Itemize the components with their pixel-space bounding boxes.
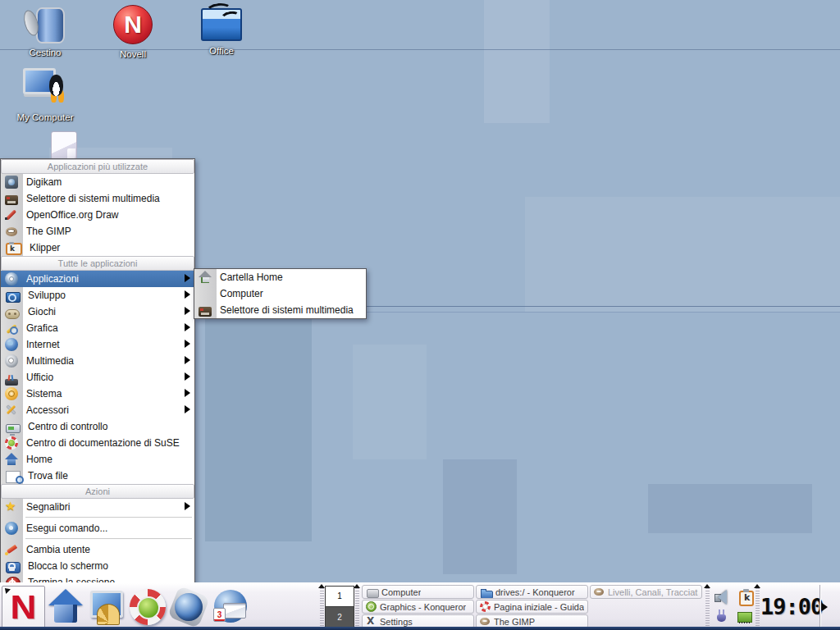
submenu-arrow-icon [185, 405, 190, 413]
gimp-icon [480, 616, 491, 627]
x11-icon [366, 616, 377, 627]
netcard-icon[interactable] [737, 609, 753, 625]
menu-item-home[interactable]: Home [1, 451, 194, 468]
kicker-panel: N 3 12 ComputerGraphics - KonquerorSetti… [0, 582, 840, 630]
wallpaper-patch [353, 345, 427, 459]
task-button-livelli-canali-tracciati[interactable]: Livelli, Canali, Tracciati... [590, 585, 702, 599]
menu-item-klipper[interactable]: Klipper [1, 240, 194, 256]
launcher-home[interactable] [45, 586, 86, 628]
menu-item-label: Home [26, 454, 52, 465]
multimedia-icon [5, 354, 18, 368]
menu-item-segnalibri[interactable]: Segnalibri [1, 499, 194, 515]
menu-item-label: Trova file [28, 470, 68, 482]
globe-gear-icon [171, 589, 207, 625]
menu-section-header: Tutte le applicazioni [1, 256, 194, 271]
menu-item-computer[interactable]: Computer [194, 285, 366, 302]
menu-item-blocca-lo-schermo[interactable]: Blocca lo schermo [1, 558, 194, 574]
desktop-icon-cestino[interactable]: Cestino [11, 5, 80, 57]
applet-handle[interactable] [756, 588, 760, 626]
task-button-graphics-konqueror[interactable]: Graphics - Konqueror [362, 600, 474, 614]
menu-item-centro-di-documentazione-di-suse[interactable]: Centro di documentazione di SuSE [1, 435, 194, 451]
menu-item-label: Cartella Home [220, 272, 283, 283]
menu-item-applicazioni[interactable]: Applicazioni [1, 271, 194, 287]
pager-desktop-1[interactable]: 1 [326, 587, 354, 607]
launcher-konqueror[interactable] [168, 586, 209, 628]
task-button-pagina-iniziale-guida-d[interactable]: Pagina iniziale - Guida d... [476, 600, 588, 614]
development-icon [6, 292, 21, 303]
launcher-my-computer[interactable] [86, 586, 127, 628]
desktop-icon-office[interactable]: Office [187, 5, 256, 56]
desktop-icon-label: Novell [98, 49, 167, 59]
menu-item-label: Klipper [30, 242, 60, 253]
menu-item-the-gimp[interactable]: The GIMP [1, 223, 194, 240]
kmenu-button[interactable]: N [2, 586, 45, 628]
menu-item-esegui-comando[interactable]: Esegui comando... [1, 520, 194, 536]
menu-item-digikam[interactable]: Digikam [1, 174, 194, 190]
launcher-suse-help-center[interactable] [127, 586, 168, 628]
plug-icon[interactable] [714, 609, 730, 625]
wallpaper-patch [443, 459, 517, 574]
menu-item-selettore-di-sistemi-multimedia[interactable]: Selettore di sistemi multimedia [1, 190, 194, 207]
menu-item-accessori[interactable]: Accessori [1, 402, 194, 418]
menu-item-cartella-home[interactable]: Cartella Home [194, 269, 366, 285]
clock[interactable]: 19:00 [760, 594, 819, 619]
submenu-arrow-icon [185, 389, 190, 397]
menu-item-label: Selettore di sistemi multimedia [26, 193, 160, 204]
run-command-icon [5, 522, 18, 535]
desktop-icon-label: My Computer [11, 112, 80, 122]
menu-item-label: Selettore di sistemi multimedia [220, 304, 354, 316]
menu-item-centro-di-controllo[interactable]: Centro di controllo [1, 418, 194, 435]
wallpaper-patch [484, 0, 550, 123]
submenu-arrow-icon [185, 372, 190, 381]
menu-item-cambia-utente[interactable]: Cambia utente [1, 541, 194, 558]
menu-item-label: Segnalibri [26, 501, 70, 513]
lifebuoy-big-icon [130, 589, 166, 625]
novell-icon [113, 5, 153, 44]
task-label: Computer [381, 587, 421, 597]
task-button-computer[interactable]: Computer [362, 585, 474, 599]
applications-icon [5, 272, 18, 285]
menu-item-multimedia[interactable]: Multimedia [1, 353, 194, 369]
control-center-icon [6, 424, 21, 433]
panel-hide-button[interactable] [820, 585, 829, 629]
menu-item-label: Applicazioni [26, 273, 79, 285]
task-button-the-gimp[interactable]: The GIMP [476, 614, 588, 628]
applet-handle[interactable] [355, 588, 359, 626]
task-button-drives-konqueror[interactable]: drives:/ - Konqueror [476, 585, 588, 599]
submenu-arrow-icon [185, 356, 190, 364]
applet-handle[interactable] [705, 588, 710, 626]
launcher-kontact[interactable]: 3 [209, 586, 250, 628]
menu-item-trova-file[interactable]: Trova file [1, 468, 194, 484]
system-icon [5, 387, 18, 400]
desktop-icon-novell[interactable]: Novell [98, 5, 167, 59]
menu-item-giochi[interactable]: Giochi [1, 304, 194, 320]
applet-handle[interactable] [320, 588, 324, 626]
submenu-arrow-icon [185, 307, 190, 315]
submenu-arrow-icon [185, 323, 190, 331]
kmenu-popup: Applicazioni più utilizzateDigikamSelett… [0, 158, 195, 592]
menu-item-label: Internet [26, 339, 60, 350]
volume-icon[interactable] [714, 589, 730, 605]
launcher-badge: 3 [213, 608, 226, 622]
task-button-settings[interactable]: Settings [362, 614, 474, 628]
klipper-icon[interactable] [739, 591, 754, 606]
digikam-icon [5, 176, 18, 189]
menu-item-openoffice-org-draw[interactable]: OpenOffice.org Draw [1, 207, 194, 223]
menu-item-ufficio[interactable]: Ufficio [1, 369, 194, 386]
submenu-arrow-icon [185, 340, 190, 348]
shell-monitor-icon [89, 589, 125, 625]
menu-item-selettore-di-sistemi-multimedia[interactable]: Selettore di sistemi multimedia [194, 302, 366, 318]
menu-item-sistema[interactable]: Sistema [1, 386, 194, 402]
pager-desktop-2[interactable]: 2 [326, 606, 354, 628]
menu-item-internet[interactable]: Internet [1, 336, 194, 353]
submenu-arrow-icon [185, 502, 190, 510]
trash-icon [25, 5, 65, 43]
menu-item-label: Centro di documentazione di SuSE [26, 437, 180, 449]
menu-item-label: Grafica [26, 322, 58, 334]
menu-item-grafica[interactable]: Grafica [1, 320, 194, 336]
menu-item-sviluppo[interactable]: Sviluppo [1, 287, 194, 304]
desktop-icon-my-computer[interactable]: My Computer [11, 68, 80, 122]
home-icon [5, 453, 18, 466]
task-label: drives:/ - Konqueror [495, 587, 575, 597]
menu-item-label: Multimedia [26, 355, 74, 367]
